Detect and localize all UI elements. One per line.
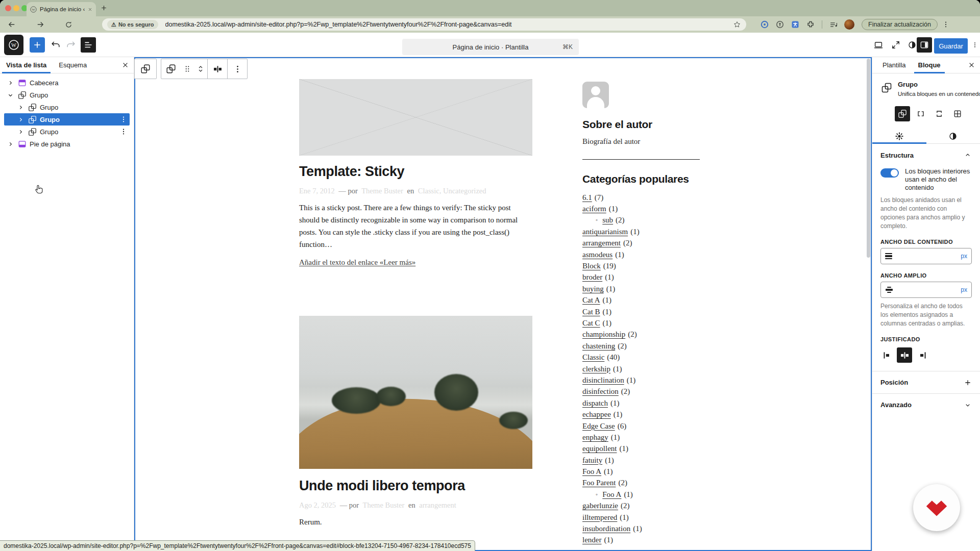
structure-panel-header[interactable]: Estructura [872,144,980,162]
local-app-button[interactable] [913,484,960,531]
block-inserter-button[interactable] [30,37,45,53]
media-list-icon[interactable] [829,20,838,29]
featured-image-placeholder[interactable] [299,79,532,156]
advanced-panel-header[interactable]: Avanzado [872,393,980,416]
category-link[interactable]: aciform [582,205,606,213]
security-badge[interactable]: ⚠ No es seguro [107,20,158,29]
redo-button[interactable] [63,37,79,53]
category-link[interactable]: Foo A [602,490,621,499]
block-options-button[interactable] [228,59,247,79]
row-options-icon[interactable] [119,115,128,123]
justify-right-button[interactable] [914,347,929,363]
canvas-scrollbar[interactable] [867,59,870,258]
chevron-icon[interactable] [6,91,14,99]
post-categories-link[interactable]: arrangement [419,501,456,509]
category-link[interactable]: 6.1 [582,193,592,202]
category-link[interactable]: equipollent [582,444,617,453]
category-link[interactable]: Cat A [582,296,600,305]
category-link[interactable]: lender [582,536,601,544]
bookmark-star-icon[interactable] [733,20,741,29]
popular-categories-heading[interactable]: Categorías populares [582,173,700,185]
tab-close-icon[interactable] [87,7,93,12]
post-title[interactable]: Template: Sticky [299,164,532,180]
post-categories-link[interactable]: Classic, Uncategorized [418,187,486,195]
about-author-heading[interactable]: Sobre el autor [582,118,700,131]
category-link[interactable]: Cat B [582,308,600,316]
update-chrome-button[interactable]: Finalizar actualización [862,19,938,30]
category-link[interactable]: disinclination [582,376,624,385]
tab-styles[interactable] [926,129,980,143]
post-excerpt[interactable]: This is a sticky post. There are a few t… [299,202,532,251]
undo-button[interactable] [48,37,63,53]
list-view-row[interactable]: Grupo [4,113,130,126]
url-text[interactable]: domestika-2025.local/wp-admin/site-edito… [165,21,729,28]
block-type-button[interactable] [161,59,181,79]
chevron-icon[interactable] [6,79,14,87]
editor-options-button[interactable] [971,37,978,53]
variation-group-button[interactable] [895,106,910,121]
category-link[interactable]: Foo Parent [582,479,616,487]
category-link[interactable]: championship [582,330,625,339]
category-link[interactable]: Classic [582,353,604,362]
variation-row-button[interactable] [913,106,928,121]
extension-icon[interactable] [776,20,784,29]
justify-left-button[interactable] [879,347,895,363]
wide-width-input[interactable]: px [880,282,972,298]
chevron-icon[interactable] [16,103,24,111]
list-view-row[interactable]: Grupo [4,89,130,101]
category-link[interactable]: echappee [582,410,611,419]
block-mover[interactable] [194,59,207,79]
post-title[interactable]: Unde modi libero tempora [299,478,532,494]
chrome-menu-icon[interactable] [942,20,950,29]
category-link[interactable]: antiquarianism [582,228,628,236]
select-parent-group-button[interactable] [136,59,155,79]
forward-icon[interactable] [36,20,45,29]
drag-handle[interactable] [181,59,194,79]
tab-block[interactable]: Bloque [912,57,947,73]
chevron-icon[interactable] [6,140,14,148]
back-icon[interactable] [7,20,16,29]
close-list-view-icon[interactable] [121,61,130,69]
justify-items-button[interactable] [208,59,227,79]
chevron-icon[interactable] [16,115,24,123]
reload-icon[interactable] [64,20,73,29]
variation-grid-button[interactable] [950,106,965,121]
view-button[interactable] [871,37,886,53]
zoom-out-button[interactable] [888,37,903,53]
category-link[interactable]: enphagy [582,433,608,442]
post-date-link[interactable]: Ene 7, 2012 [299,187,335,195]
save-button[interactable]: Guardar [934,38,968,54]
justify-center-button[interactable] [897,347,912,363]
category-link[interactable]: Edge Case [582,422,615,431]
category-link[interactable]: buying [582,285,604,293]
category-link[interactable]: Block [582,262,601,270]
category-link[interactable]: Foo A [582,467,601,476]
translate-extension-icon[interactable] [791,20,799,29]
list-view-button[interactable] [81,37,96,53]
category-link[interactable]: sub [602,216,613,224]
unit-label[interactable]: px [961,253,967,260]
browser-tab[interactable]: Página de inicio ‹ Plantilla ‹ d [27,2,96,16]
profile-avatar[interactable] [844,19,854,30]
extensions-puzzle-icon[interactable] [806,20,815,29]
list-view-row[interactable]: Grupo [4,126,130,138]
position-panel-header[interactable]: Posición [872,371,980,393]
category-link[interactable]: dispatch [582,399,608,408]
category-link[interactable]: broder [582,273,602,282]
post-excerpt[interactable]: Rerum. [299,516,532,528]
category-link[interactable]: Cat C [582,319,600,328]
document-title-button[interactable]: Página de inicio · Plantilla ⌘K [402,39,579,55]
address-bar[interactable]: ⚠ No es seguro domestika-2025.local/wp-a… [102,18,746,31]
category-link[interactable]: arrangement [582,239,621,247]
content-width-toggle[interactable] [880,168,899,178]
category-link[interactable]: gaberlunzie [582,502,618,510]
category-link[interactable]: illtempered [582,513,617,522]
chevron-icon[interactable] [16,128,24,136]
new-tab-button[interactable] [100,4,108,12]
post-author-link[interactable]: Theme Buster [363,501,405,509]
row-options-icon[interactable] [119,128,128,136]
category-link[interactable]: insubordination [582,524,630,533]
settings-sidebar-toggle[interactable] [917,37,932,53]
tab-template[interactable]: Plantilla [876,57,912,73]
post-author-link[interactable]: Theme Buster [361,187,403,195]
